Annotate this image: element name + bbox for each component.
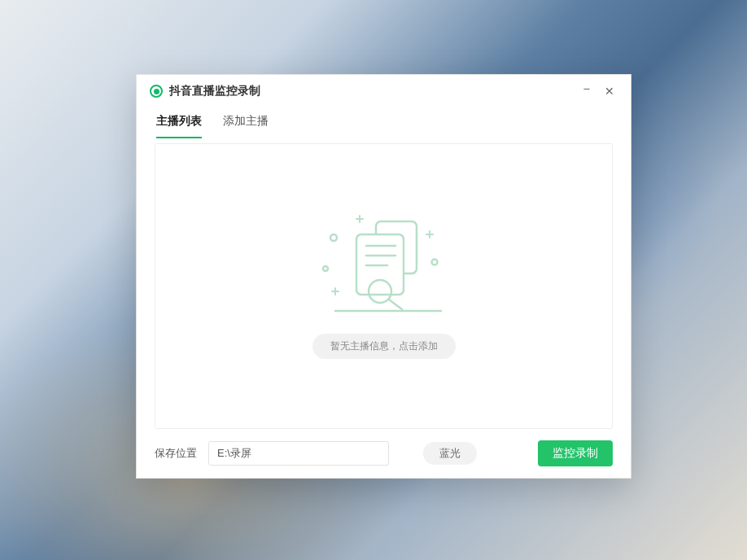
quality-button[interactable]: 蓝光	[423, 442, 477, 465]
record-button[interactable]: 监控录制	[538, 440, 613, 466]
titlebar: 抖音直播监控录制 － ✕	[137, 75, 631, 107]
minimize-button[interactable]: －	[575, 77, 598, 100]
svg-point-9	[323, 266, 328, 271]
save-location-input[interactable]	[208, 441, 389, 466]
svg-point-8	[330, 234, 337, 241]
app-logo-icon	[150, 85, 163, 98]
app-title: 抖音直播监控录制	[169, 84, 260, 98]
main-window: 抖音直播监控录制 － ✕ 主播列表 添加主播	[136, 74, 631, 479]
empty-documents-icon	[311, 213, 457, 319]
svg-point-10	[431, 260, 437, 265]
tab-anchor-list[interactable]: 主播列表	[156, 109, 202, 138]
save-location-label: 保存位置	[155, 446, 197, 461]
tab-add-anchor[interactable]: 添加主播	[223, 109, 269, 138]
tabs: 主播列表 添加主播	[137, 107, 631, 138]
footer: 保存位置 蓝光 监控录制	[137, 429, 631, 478]
empty-add-button[interactable]: 暂无主播信息，点击添加	[312, 334, 456, 359]
close-button[interactable]: ✕	[598, 80, 621, 103]
svg-line-7	[389, 300, 402, 309]
content-panel: 暂无主播信息，点击添加	[155, 143, 613, 429]
